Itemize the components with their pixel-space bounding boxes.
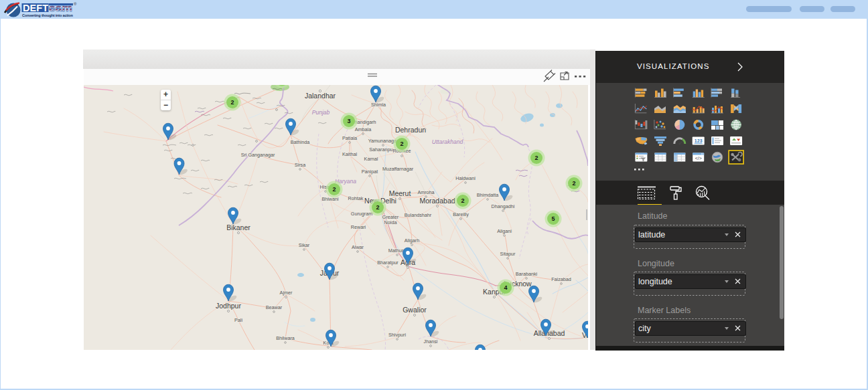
svg-text:2: 2	[461, 197, 464, 204]
svg-text:DEFT: DEFT	[23, 3, 48, 13]
svg-text:2: 2	[534, 155, 538, 161]
svg-text:Kaithal: Kaithal	[342, 151, 357, 157]
svg-text:Sri Ganganagar: Sri Ganganagar	[241, 152, 275, 158]
svg-text:2: 2	[400, 140, 403, 147]
svg-text:Gwalior: Gwalior	[403, 306, 427, 314]
svg-text:Moradabad: Moradabad	[419, 197, 455, 205]
svg-text:3: 3	[347, 118, 350, 124]
svg-text:Bharatpur: Bharatpur	[377, 260, 399, 266]
svg-text:Saharanpur: Saharanpur	[369, 147, 394, 153]
svg-text:Ambala: Ambala	[355, 126, 371, 132]
svg-text:Barabanki: Barabanki	[516, 271, 538, 277]
svg-text:Sitapur: Sitapur	[500, 251, 516, 257]
svg-text:Patiala: Patiala	[342, 135, 357, 141]
svg-text:Uttarakhand: Uttarakhand	[432, 138, 463, 145]
svg-text:Karnal: Karnal	[364, 156, 378, 162]
svg-text:Aligani: Aligani	[497, 228, 512, 234]
svg-text:Muzaffarnagar: Muzaffarnagar	[382, 166, 414, 172]
svg-text:Panipat: Panipat	[362, 169, 378, 175]
svg-text:Sikar: Sikar	[299, 242, 310, 248]
svg-text:Sirsa: Sirsa	[295, 162, 305, 168]
svg-text:Rohtak: Rohtak	[348, 195, 364, 201]
svg-text:Aligarh: Aligarh	[405, 237, 419, 243]
svg-text:Dhangadhi: Dhangadhi	[492, 203, 515, 209]
svg-text:Amroha: Amroha	[417, 189, 434, 195]
svg-text:Haldwani: Haldwani	[455, 175, 476, 181]
svg-text:Rewari: Rewari	[351, 224, 366, 230]
svg-text:eam: eam	[49, 2, 72, 13]
svg-text:Bhimdatta: Bhimdatta	[477, 192, 498, 198]
svg-text:Shivpuri: Shivpuri	[388, 332, 406, 338]
svg-text:Gurugram: Gurugram	[351, 211, 372, 217]
svg-text:Noida: Noida	[384, 219, 397, 225]
svg-text:®: ®	[74, 2, 77, 6]
svg-text:Alwar: Alwar	[352, 244, 364, 250]
svg-text:Bareilly: Bareilly	[453, 211, 469, 217]
svg-text:2: 2	[230, 99, 234, 106]
svg-text:4: 4	[504, 284, 507, 291]
svg-text:Shimla: Shimla	[371, 102, 386, 108]
svg-text:2: 2	[376, 204, 379, 211]
svg-text:2: 2	[332, 186, 336, 193]
svg-text:Jalandhar: Jalandhar	[305, 92, 336, 100]
svg-text:Ajmer: Ajmer	[280, 290, 293, 296]
svg-text:Jodhpur: Jodhpur	[216, 302, 241, 310]
svg-text:123: 123	[695, 138, 703, 143]
svg-text:Converting thought into action: Converting thought into action	[22, 13, 74, 17]
svg-text:5: 5	[551, 215, 555, 222]
svg-text:Dehradun: Dehradun	[395, 126, 426, 134]
svg-text:Pali: Pali	[234, 317, 242, 323]
svg-text:Bathinda: Bathinda	[291, 139, 309, 145]
svg-text:Bulandshahr: Bulandshahr	[405, 212, 432, 218]
svg-text:Bikaner: Bikaner	[226, 223, 250, 231]
svg-text:Meerut: Meerut	[389, 189, 411, 197]
svg-text:Bhilwara: Bhilwara	[276, 335, 295, 341]
svg-text:Jhansi: Jhansi	[424, 338, 438, 345]
svg-text:</>: </>	[695, 156, 702, 161]
svg-text:Punjab: Punjab	[312, 109, 330, 116]
svg-text:Faizabad: Faizabad	[551, 276, 571, 282]
svg-text:2: 2	[572, 180, 575, 187]
svg-text:Beawar: Beawar	[266, 304, 283, 310]
